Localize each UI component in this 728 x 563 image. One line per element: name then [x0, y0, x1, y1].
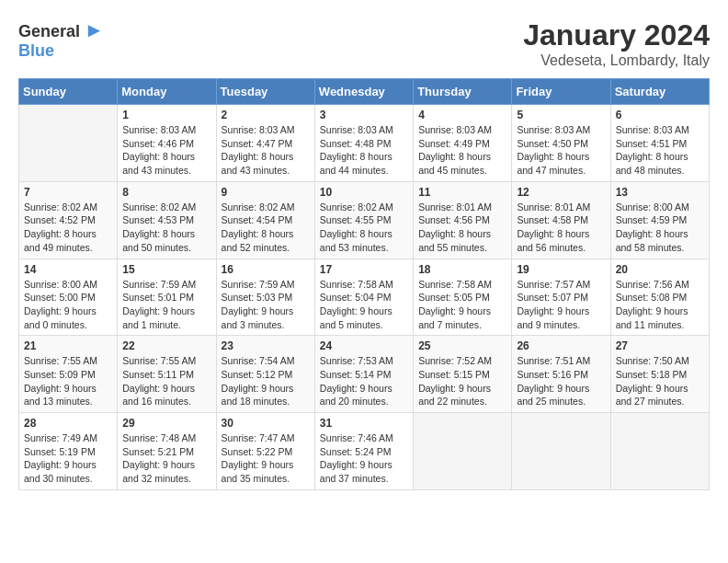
day-number: 15: [122, 263, 210, 276]
day-number: 13: [616, 186, 704, 199]
day-cell: 25Sunrise: 7:52 AMSunset: 5:15 PMDayligh…: [414, 336, 512, 413]
day-info: Sunrise: 8:03 AMSunset: 4:49 PMDaylight:…: [418, 123, 506, 178]
day-number: 6: [616, 109, 704, 121]
logo: General ► Blue: [18, 18, 104, 60]
day-cell: 11Sunrise: 8:01 AMSunset: 4:56 PMDayligh…: [414, 181, 512, 259]
day-info: Sunrise: 7:47 AMSunset: 5:22 PMDaylight:…: [222, 431, 310, 486]
weekday-header-row: SundayMondayTuesdayWednesdayThursdayFrid…: [19, 79, 710, 105]
weekday-header-tuesday: Tuesday: [216, 79, 314, 105]
day-info: Sunrise: 7:49 AMSunset: 5:19 PMDaylight:…: [24, 431, 112, 486]
day-number: 19: [517, 263, 605, 276]
weekday-header-wednesday: Wednesday: [314, 79, 413, 105]
day-info: Sunrise: 7:57 AMSunset: 5:07 PMDaylight:…: [517, 278, 605, 332]
day-cell: 20Sunrise: 7:56 AMSunset: 5:08 PMDayligh…: [610, 259, 709, 336]
day-number: 29: [122, 417, 210, 430]
day-cell: 19Sunrise: 7:57 AMSunset: 5:07 PMDayligh…: [512, 259, 610, 336]
day-number: 16: [222, 263, 310, 276]
day-info: Sunrise: 7:48 AMSunset: 5:21 PMDaylight:…: [122, 431, 210, 486]
weekday-header-saturday: Saturday: [610, 79, 709, 105]
day-info: Sunrise: 8:01 AMSunset: 4:56 PMDaylight:…: [418, 201, 506, 255]
day-info: Sunrise: 7:53 AMSunset: 5:14 PMDaylight:…: [320, 354, 408, 408]
day-cell: 21Sunrise: 7:55 AMSunset: 5:09 PMDayligh…: [19, 336, 118, 413]
day-number: 21: [24, 339, 112, 352]
day-cell: 2Sunrise: 8:03 AMSunset: 4:47 PMDaylight…: [216, 105, 314, 182]
day-cell: 9Sunrise: 8:02 AMSunset: 4:54 PMDaylight…: [216, 181, 314, 259]
title-area: January 2024 Vedeseta, Lombardy, Italy: [523, 18, 710, 69]
day-cell: [414, 413, 512, 490]
day-info: Sunrise: 8:02 AMSunset: 4:53 PMDaylight:…: [122, 201, 210, 255]
weekday-header-friday: Friday: [512, 79, 610, 105]
weekday-header-thursday: Thursday: [414, 79, 512, 105]
day-cell: 14Sunrise: 8:00 AMSunset: 5:00 PMDayligh…: [19, 259, 118, 336]
day-info: Sunrise: 8:02 AMSunset: 4:52 PMDaylight:…: [24, 201, 112, 255]
day-number: 3: [320, 109, 408, 121]
logo-text: General ►: [18, 18, 104, 42]
day-info: Sunrise: 7:46 AMSunset: 5:24 PMDaylight:…: [320, 431, 408, 486]
day-cell: 3Sunrise: 8:03 AMSunset: 4:48 PMDaylight…: [314, 105, 413, 182]
day-number: 24: [320, 339, 408, 352]
day-number: 11: [418, 186, 506, 199]
day-cell: 22Sunrise: 7:55 AMSunset: 5:11 PMDayligh…: [118, 336, 216, 413]
day-info: Sunrise: 7:58 AMSunset: 5:04 PMDaylight:…: [320, 278, 408, 332]
day-cell: 5Sunrise: 8:03 AMSunset: 4:50 PMDaylight…: [512, 105, 610, 182]
day-info: Sunrise: 7:50 AMSunset: 5:18 PMDaylight:…: [616, 354, 704, 408]
day-info: Sunrise: 7:56 AMSunset: 5:08 PMDaylight:…: [616, 278, 704, 332]
day-number: 5: [517, 109, 605, 121]
day-number: 12: [517, 186, 605, 199]
logo-general: General: [18, 22, 80, 40]
day-info: Sunrise: 8:01 AMSunset: 4:58 PMDaylight:…: [517, 201, 605, 255]
week-row-2: 7Sunrise: 8:02 AMSunset: 4:52 PMDaylight…: [19, 181, 710, 259]
day-cell: 15Sunrise: 7:59 AMSunset: 5:01 PMDayligh…: [118, 259, 216, 336]
day-info: Sunrise: 7:54 AMSunset: 5:12 PMDaylight:…: [222, 354, 310, 408]
day-cell: 31Sunrise: 7:46 AMSunset: 5:24 PMDayligh…: [314, 413, 413, 490]
weekday-header-monday: Monday: [118, 79, 216, 105]
day-info: Sunrise: 7:55 AMSunset: 5:09 PMDaylight:…: [24, 354, 112, 408]
day-info: Sunrise: 7:52 AMSunset: 5:15 PMDaylight:…: [418, 354, 506, 408]
day-number: 27: [616, 339, 704, 352]
day-info: Sunrise: 8:00 AMSunset: 5:00 PMDaylight:…: [24, 278, 112, 332]
day-number: 4: [418, 109, 506, 121]
main-title: January 2024: [523, 18, 710, 52]
day-cell: 8Sunrise: 8:02 AMSunset: 4:53 PMDaylight…: [118, 181, 216, 259]
day-cell: 12Sunrise: 8:01 AMSunset: 4:58 PMDayligh…: [512, 181, 610, 259]
calendar: SundayMondayTuesdayWednesdayThursdayFrid…: [18, 78, 710, 490]
week-row-4: 21Sunrise: 7:55 AMSunset: 5:09 PMDayligh…: [19, 336, 710, 413]
day-info: Sunrise: 8:03 AMSunset: 4:50 PMDaylight:…: [517, 123, 605, 178]
day-number: 14: [24, 263, 112, 276]
day-info: Sunrise: 7:59 AMSunset: 5:01 PMDaylight:…: [122, 278, 210, 332]
week-row-1: 1Sunrise: 8:03 AMSunset: 4:46 PMDaylight…: [19, 105, 710, 182]
day-info: Sunrise: 8:00 AMSunset: 4:59 PMDaylight:…: [616, 201, 704, 255]
day-number: 18: [418, 263, 506, 276]
day-number: 25: [418, 339, 506, 352]
day-cell: 4Sunrise: 8:03 AMSunset: 4:49 PMDaylight…: [414, 105, 512, 182]
day-cell: 18Sunrise: 7:58 AMSunset: 5:05 PMDayligh…: [414, 259, 512, 336]
day-cell: 1Sunrise: 8:03 AMSunset: 4:46 PMDaylight…: [118, 105, 216, 182]
day-info: Sunrise: 7:59 AMSunset: 5:03 PMDaylight:…: [222, 278, 310, 332]
day-number: 26: [517, 339, 605, 352]
day-cell: [19, 105, 118, 182]
day-info: Sunrise: 8:02 AMSunset: 4:54 PMDaylight:…: [222, 201, 310, 255]
day-cell: 13Sunrise: 8:00 AMSunset: 4:59 PMDayligh…: [610, 181, 709, 259]
subtitle: Vedeseta, Lombardy, Italy: [523, 52, 710, 69]
day-cell: 16Sunrise: 7:59 AMSunset: 5:03 PMDayligh…: [216, 259, 314, 336]
day-number: 22: [122, 339, 210, 352]
day-cell: [610, 413, 709, 490]
day-cell: 24Sunrise: 7:53 AMSunset: 5:14 PMDayligh…: [314, 336, 413, 413]
day-cell: 10Sunrise: 8:02 AMSunset: 4:55 PMDayligh…: [314, 181, 413, 259]
day-number: 31: [320, 417, 408, 430]
day-cell: [512, 413, 610, 490]
header: General ► Blue January 2024 Vedeseta, Lo…: [18, 18, 710, 69]
day-number: 1: [122, 109, 210, 121]
day-info: Sunrise: 7:55 AMSunset: 5:11 PMDaylight:…: [122, 354, 210, 408]
day-number: 17: [320, 263, 408, 276]
logo-blue: Blue: [18, 41, 54, 60]
week-row-5: 28Sunrise: 7:49 AMSunset: 5:19 PMDayligh…: [19, 413, 710, 490]
day-info: Sunrise: 7:58 AMSunset: 5:05 PMDaylight:…: [418, 278, 506, 332]
logo-bird-icon: ►: [85, 18, 105, 41]
day-number: 10: [320, 186, 408, 199]
day-number: 20: [616, 263, 704, 276]
day-number: 9: [222, 186, 310, 199]
day-info: Sunrise: 8:03 AMSunset: 4:51 PMDaylight:…: [616, 123, 704, 178]
day-info: Sunrise: 8:03 AMSunset: 4:46 PMDaylight:…: [122, 123, 210, 178]
day-cell: 23Sunrise: 7:54 AMSunset: 5:12 PMDayligh…: [216, 336, 314, 413]
